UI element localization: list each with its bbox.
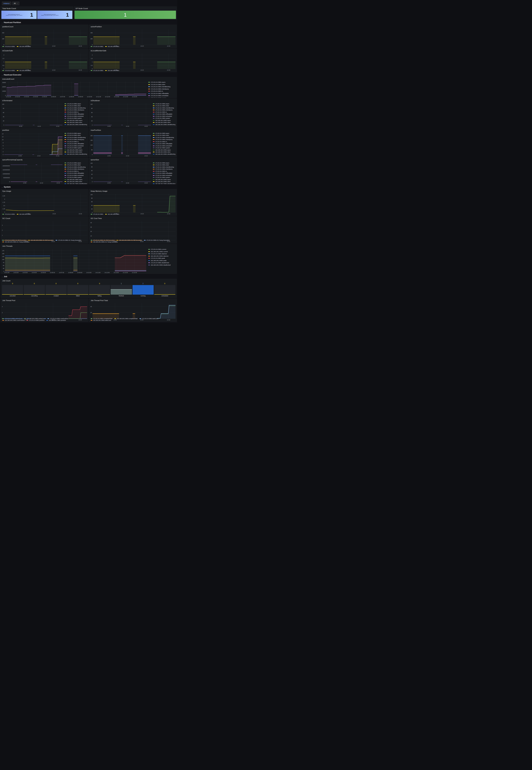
legend-item[interactable]: 172.20.10.4:5801-clientBlocking bbox=[153, 107, 176, 109]
legend-item[interactable]: 172.20.10.4:5801-deadlocked bbox=[148, 262, 176, 264]
legend-item[interactable]: 172.20.10.4:5801-io bbox=[64, 111, 88, 113]
panel-title[interactable]: isClusterSafe bbox=[1, 49, 88, 52]
legend-item[interactable]: 172.20.10.4:5801-offloadable bbox=[64, 172, 88, 174]
legend-item[interactable]: 172.20.10.4:5801-offloadable bbox=[153, 143, 176, 145]
panel-title[interactable]: Job Count bbox=[1, 279, 177, 282]
legend-item[interactable]: 172.20.10.4:5801-clientQuery bbox=[148, 88, 176, 90]
legend-item[interactable]: 192.168.100.2:5801-client bbox=[64, 151, 88, 153]
legend-item[interactable]: 192.168.100.2:5801-clientBlocking bbox=[153, 153, 176, 155]
legend-item[interactable]: 172.20.10.4:5801-system bbox=[153, 147, 176, 149]
legend-item[interactable]: 172.20.10.4:5801-client bbox=[64, 105, 88, 107]
legend-item[interactable]: 172.20.10.4:5801-io bbox=[153, 141, 176, 143]
legend-item[interactable]: 172.20.10.4:5801-async bbox=[153, 132, 176, 134]
legend-item[interactable]: 172.20.10.4:5801-client bbox=[64, 134, 88, 137]
legend-item[interactable]: 172.20.10.4:5801-current bbox=[148, 248, 176, 250]
legend-item[interactable]: 172.20.10.4:5801-clientBlocking bbox=[148, 86, 176, 88]
legend-item[interactable]: 192.168.100.2:5801-async bbox=[153, 178, 176, 181]
legend-item[interactable]: 172.20.10.4:5801-scheduled bbox=[64, 115, 88, 117]
legend-item[interactable]: 172.20.10.4:5801-system bbox=[64, 117, 88, 119]
panel-title[interactable]: maxPoolSize bbox=[89, 128, 177, 132]
legend-item[interactable]: 172.20.10.4:5801-offloadable bbox=[153, 113, 176, 115]
panel-title[interactable]: queueSize bbox=[89, 158, 177, 161]
legend-item[interactable]: 192.168.100.2:5801-daemon bbox=[148, 255, 176, 257]
legend-item[interactable]: 192.168.100.2:5801-clientBlocking bbox=[153, 123, 176, 126]
legend-item[interactable]: 172.20.10.4:5801-system bbox=[153, 176, 176, 179]
panel-title[interactable]: GC Cost Time bbox=[89, 216, 177, 220]
legend-item[interactable]: 192.168.100.2:5801-async bbox=[64, 119, 88, 121]
legend-item[interactable]: 172.20.10.4:5801-async bbox=[153, 103, 176, 105]
legend-item[interactable]: 172.20.10.4:5801-offloadable bbox=[64, 143, 88, 145]
legend-item[interactable]: 172.20.10.4:5801-io bbox=[64, 170, 88, 172]
legend-item[interactable]: 192.168.100.2:5801-clientBlocking bbox=[153, 183, 176, 184]
legend-item[interactable]: 192.168.100.2:5801-async bbox=[153, 119, 176, 121]
legend-item[interactable]: 172.20.10.4:5801-io bbox=[153, 111, 176, 113]
legend-item[interactable]: 172.20.10.4:5801-client bbox=[153, 134, 176, 137]
legend-item[interactable]: 172.20.10.4:5801-clientBlocking bbox=[64, 166, 88, 168]
legend-item[interactable]: 192.168.100.2:5801-async bbox=[64, 149, 88, 151]
legend-item[interactable]: 172.20.10.4:5801-async bbox=[153, 162, 176, 164]
legend-item[interactable]: 172.20.10.4:5801-peak bbox=[148, 257, 176, 259]
legend-item[interactable]: 172.20.10.4:5801-async bbox=[64, 162, 88, 164]
legend-item[interactable]: 172.20.10.4:5801-io bbox=[153, 170, 176, 172]
legend-item[interactable]: 172.20.10.4:5801-clientQuery bbox=[64, 109, 88, 111]
legend-item[interactable]: 172.20.10.4:5801-client bbox=[64, 164, 88, 166]
legend-item[interactable]: 172.20.10.4:5801-io bbox=[148, 90, 176, 92]
panel-title[interactable]: Heap Memory Usage bbox=[89, 189, 177, 193]
legend-item[interactable]: 172.20.10.4:5801-scheduled bbox=[153, 174, 176, 176]
legend-item[interactable]: 172.20.10.4:5801-scheduled bbox=[153, 145, 176, 147]
legend-item[interactable]: 172.20.10.4:5801-client bbox=[153, 105, 176, 107]
legend-item[interactable]: 172.20.10.4:5801-async bbox=[64, 132, 88, 134]
legend-item[interactable]: 172.20.10.4:5801-clientQuery bbox=[153, 168, 176, 170]
legend-item[interactable]: 172.20.10.4:5801-async bbox=[148, 81, 176, 83]
panel-title[interactable]: isShutdown bbox=[89, 99, 177, 102]
panel-title[interactable]: Total Node Count bbox=[1, 7, 73, 10]
legend-item[interactable]: 172.20.10.4:5801-clientBlocking bbox=[64, 107, 88, 109]
panel-title[interactable]: queueRemainingCapacity bbox=[1, 158, 88, 161]
legend-item[interactable]: 172.20.10.4:5801-client bbox=[153, 164, 176, 166]
legend-item[interactable]: 172.20.10.4:5801-system bbox=[148, 97, 176, 98]
legend-item[interactable]: 172.20.10.4:5801-scheduled bbox=[64, 145, 88, 147]
section-hazelcast-partition[interactable]: ⌄ Hazelcast Partition bbox=[1, 20, 177, 25]
legend-item[interactable]: 172.20.10.4:5801-offloadable bbox=[64, 113, 88, 115]
legend-item[interactable]: 172.20.10.4:5801-client bbox=[148, 83, 176, 86]
panel-title[interactable]: isLocalMemberSafe bbox=[89, 49, 177, 52]
legend-item[interactable]: 192.168.100.2:5801-async bbox=[64, 178, 88, 181]
legend-item[interactable]: 192.168.100.2:5801-deadlocked bbox=[148, 264, 176, 266]
legend-item[interactable]: 172.20.10.4:5801-clientBlocking bbox=[153, 166, 176, 168]
legend-item[interactable]: 192.168.100.2:5801-current bbox=[148, 250, 176, 253]
legend-item[interactable]: 172.20.10.4:5801-scheduled bbox=[148, 95, 176, 97]
legend-item[interactable]: 172.20.10.4:5801-async bbox=[64, 103, 88, 105]
legend-item[interactable]: 192.168.100.2:5801-clientBlocking bbox=[64, 123, 88, 126]
legend-item[interactable]: 172.20.10.4:5801-io bbox=[64, 141, 88, 143]
panel-title[interactable]: Job Thread Pool bbox=[1, 298, 88, 302]
panel-title[interactable]: UP Node Count bbox=[74, 7, 177, 10]
legend-item[interactable]: 192.168.100.2:5801-async bbox=[153, 149, 176, 151]
legend-item[interactable]: 172.20.10.4:5801-clientQuery bbox=[64, 168, 88, 170]
variable-value-dropdown[interactable]: All ⌄ bbox=[12, 2, 19, 5]
panel-title[interactable]: executedCount bbox=[1, 77, 177, 81]
panel-title[interactable]: isTerminated bbox=[1, 99, 88, 102]
legend-item[interactable]: 172.20.10.4:5801-system bbox=[64, 147, 88, 149]
panel-title[interactable]: GC Count bbox=[1, 216, 88, 220]
panel-title[interactable]: Cpu Usage bbox=[1, 189, 88, 193]
legend-item[interactable]: 172.20.10.4:5801-clientBlocking bbox=[64, 136, 88, 139]
legend-item[interactable]: 192.168.100.2:5801-client bbox=[153, 121, 176, 124]
legend-item[interactable]: 192.168.100.2:5801-peak bbox=[148, 259, 176, 262]
legend-item[interactable]: 172.20.10.4:5801-clientQuery bbox=[64, 139, 88, 141]
legend-item[interactable]: 192.168.100.2:5801-client bbox=[153, 181, 176, 183]
legend-item[interactable]: 172.20.10.4:5801-daemon bbox=[148, 253, 176, 255]
panel-title[interactable]: partitionCount bbox=[1, 25, 88, 28]
legend-item[interactable]: 192.168.100.2:5801-clientBlocking bbox=[64, 153, 88, 155]
legend-item[interactable]: 192.168.100.2:5801-client bbox=[64, 181, 88, 183]
legend-item[interactable]: 172.20.10.4:5801-offloadable bbox=[153, 172, 176, 174]
legend-item[interactable]: 172.20.10.4:5801-clientQuery bbox=[153, 109, 176, 111]
legend-item[interactable]: 172.20.10.4:5801-clientQuery bbox=[153, 139, 176, 141]
section-system[interactable]: ⌄ System bbox=[1, 185, 177, 189]
panel-title[interactable]: activePartition bbox=[89, 25, 177, 28]
legend-item[interactable]: 192.168.100.2:5801-clientBlocking bbox=[64, 183, 88, 184]
panel-title[interactable]: poolSize bbox=[1, 128, 88, 132]
section-job[interactable]: ⌄ Job bbox=[1, 274, 177, 279]
panel-title[interactable]: Jvm Threads bbox=[1, 244, 177, 248]
legend-item[interactable]: 172.20.10.4:5801-scheduled bbox=[153, 115, 176, 117]
legend-item[interactable]: 192.168.100.2:5801-client bbox=[153, 151, 176, 153]
